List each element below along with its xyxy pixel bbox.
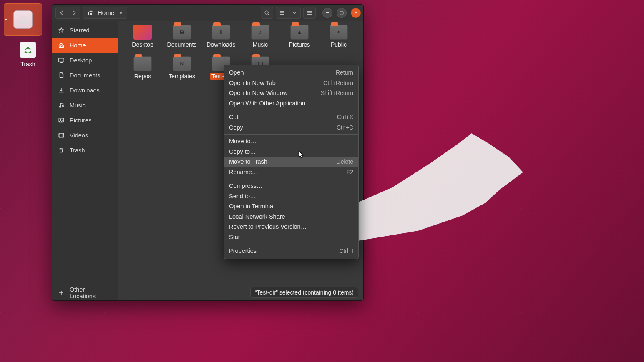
maximize-button[interactable]: ▢ (337, 8, 347, 18)
file-item[interactable]: ⎘Templates (163, 56, 201, 88)
sidebar-item-music[interactable]: Music (52, 98, 118, 113)
menu-item-label: Open In New Tab (229, 80, 276, 86)
nav-forward-button[interactable] (68, 7, 80, 19)
path-label: Home (98, 9, 114, 16)
file-label: Music (253, 41, 268, 48)
menu-item-compress[interactable]: Compress… (224, 181, 358, 191)
menu-item-label: Move to… (229, 138, 257, 145)
menu-item-accel: F2 (347, 169, 353, 175)
close-button[interactable]: ✕ (351, 8, 361, 18)
home-icon (88, 10, 94, 16)
menu-item-local-network-share[interactable]: Local Network Share (224, 212, 358, 222)
folder-icon: 🗎 (173, 25, 191, 40)
menu-item-label: Rename… (229, 169, 258, 175)
menu-item-accel: Ctrl+X (337, 114, 353, 120)
search-icon (264, 10, 270, 16)
chevron-down-icon: ▾ (119, 9, 123, 17)
menu-item-label: Compress… (229, 182, 263, 189)
sidebar-item-label: Pictures (70, 117, 91, 124)
menu-item-cut[interactable]: CutCtrl+X (224, 112, 358, 122)
menu-separator (224, 179, 358, 179)
menu-item-rename[interactable]: Rename…F2 (224, 167, 358, 177)
dock (0, 0, 46, 36)
sidebar-item-videos[interactable]: Videos (52, 128, 118, 143)
path-bar[interactable]: Home ▾ (83, 7, 127, 19)
menu-separator (224, 244, 358, 244)
home-icon (58, 42, 65, 49)
nav-back-forward (55, 7, 80, 19)
sidebar-item-pictures[interactable]: Pictures (52, 113, 118, 128)
sidebar-item-home[interactable]: Home (52, 38, 118, 53)
menu-item-send-to[interactable]: Send to… (224, 191, 358, 202)
menu-item-label: Copy to… (229, 148, 256, 155)
sidebar-item-starred[interactable]: Starred (52, 23, 118, 38)
download-icon (58, 87, 65, 94)
menu-item-label: Copy (229, 124, 243, 131)
menu-item-open-with-other-application[interactable]: Open With Other Application (224, 98, 358, 109)
file-item[interactable]: ▲Pictures (281, 25, 318, 56)
file-item[interactable]: Desktop (124, 25, 161, 56)
sidebar-other-locations[interactable]: Other Locations (52, 285, 118, 300)
sidebar-item-label: Other Locations (70, 286, 112, 300)
menu-item-move-to[interactable]: Move to… (224, 136, 358, 147)
file-item[interactable]: 🗎Documents (163, 25, 201, 56)
menu-item-open-in-new-tab[interactable]: Open In New TabCtrl+Return (224, 78, 358, 88)
menu-item-copy-to[interactable]: Copy to… (224, 147, 358, 157)
sidebar-item-label: Downloads (70, 87, 100, 94)
sidebar-item-desktop[interactable]: Desktop (52, 53, 118, 68)
menu-item-label: Star (229, 234, 240, 240)
sidebar-item-documents[interactable]: Documents (52, 68, 118, 83)
desktop-trash-label: Trash (10, 61, 46, 67)
menu-item-label: Open (229, 69, 244, 76)
view-options-button[interactable] (288, 7, 301, 19)
menu-item-copy[interactable]: CopyCtrl+C (224, 122, 358, 133)
file-item[interactable]: ♪Music (242, 25, 279, 56)
folder-icon: ⬇ (212, 25, 230, 40)
menu-item-label: Send to… (229, 193, 256, 200)
titlebar[interactable]: Home ▾ ━ ▢ ✕ (52, 5, 363, 21)
file-item[interactable]: Repos (124, 56, 161, 88)
cursor-icon (299, 151, 304, 159)
sidebar-item-downloads[interactable]: Downloads (52, 83, 118, 98)
sidebar-item-label: Music (70, 102, 86, 109)
menu-item-label: Local Network Share (229, 213, 285, 220)
sidebar-item-trash[interactable]: Trash (52, 143, 118, 158)
menu-item-accel: Ctrl+C (337, 124, 353, 131)
chevron-left-icon (58, 10, 65, 16)
menu-item-label: Cut (229, 114, 239, 120)
view-list-button[interactable] (276, 7, 288, 19)
sidebar-item-label: Starred (70, 27, 90, 34)
menu-item-label: Revert to Previous Version… (229, 223, 307, 230)
menu-item-accel: Ctrl+I (339, 247, 353, 254)
menu-item-accel: Delete (337, 158, 353, 165)
file-item[interactable]: ⬇Downloads (202, 25, 240, 56)
menu-item-properties[interactable]: PropertiesCtrl+I (224, 246, 358, 256)
nav-back-button[interactable] (55, 7, 68, 19)
toolbar-right: ━ ▢ ✕ (261, 7, 361, 19)
sidebar-item-label: Trash (70, 147, 85, 154)
menu-item-open-in-terminal[interactable]: Open in Terminal (224, 201, 358, 212)
hamburger-menu-button[interactable] (303, 7, 316, 19)
menu-item-label: Properties (229, 247, 257, 254)
sidebar-item-label: Documents (70, 72, 100, 79)
files-icon (13, 10, 33, 29)
menu-item-accel: Return (336, 69, 353, 76)
dock-app-files[interactable] (4, 3, 42, 36)
sidebar-item-label: Home (70, 42, 86, 49)
file-label: Pictures (289, 41, 310, 48)
menu-item-open-in-new-window[interactable]: Open In New WindowShift+Return (224, 88, 358, 98)
list-icon (279, 10, 285, 16)
folder-icon (133, 56, 152, 71)
minimize-button[interactable]: ━ (322, 8, 332, 18)
menu-item-star[interactable]: Star (224, 232, 358, 242)
search-button[interactable] (261, 7, 273, 19)
menu-item-move-to-trash[interactable]: Move to TrashDelete (224, 157, 358, 167)
star-icon (58, 27, 65, 34)
sidebar: StarredHomeDesktopDocumentsDownloadsMusi… (52, 21, 118, 300)
menu-item-accel: Ctrl+Return (323, 80, 353, 86)
file-label: Desktop (132, 41, 153, 48)
desktop-trash[interactable]: Trash (10, 42, 46, 67)
menu-item-revert-to-previous-version[interactable]: Revert to Previous Version… (224, 222, 358, 232)
menu-item-open[interactable]: OpenReturn (224, 67, 358, 78)
file-item[interactable]: <Public (320, 25, 357, 56)
